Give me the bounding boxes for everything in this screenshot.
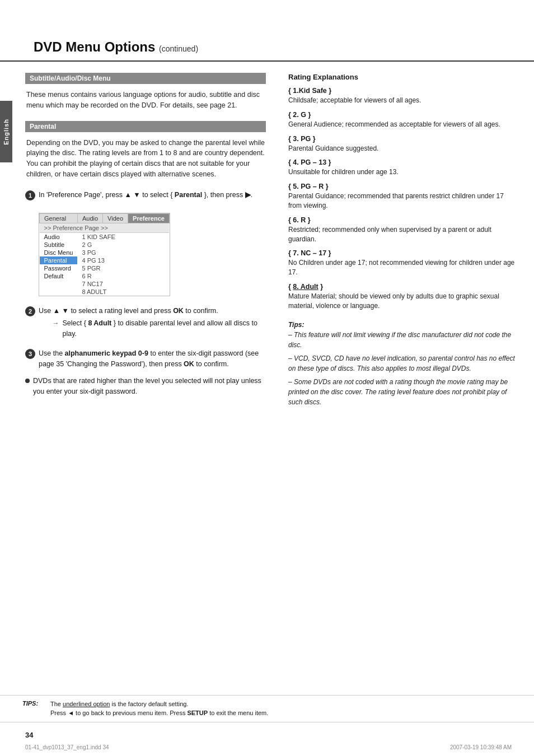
menu-table-inner: General Audio Video Preference >> Prefer… <box>39 213 170 296</box>
arrow-icon: → <box>52 318 59 329</box>
page-number: 34 <box>25 731 33 739</box>
menu-row-subtitle: Subtitle 2 G <box>40 241 170 249</box>
rating-1: { 1.Kid Safe } Childsafe; acceptable for… <box>288 87 517 105</box>
tips-label: Tips: <box>288 320 517 330</box>
page-title: DVD Menu Options (continued) <box>34 39 198 54</box>
step-2-sub-text: Select { 8 Adult } to disable parental l… <box>63 318 266 339</box>
tips-3: – Some DVDs are not coded with a rating … <box>288 377 517 407</box>
tab-preference: Preference <box>128 213 170 223</box>
menu-row-adult: 8 ADULT <box>40 288 170 296</box>
menu-label-subtitle: Subtitle <box>40 241 78 249</box>
step-2-content: Use ▲ ▼ to select a rating level and pre… <box>39 306 266 342</box>
vertical-language-tab: English <box>0 101 12 162</box>
rating-6: { 6. R } Restricted; recommended only wh… <box>288 216 517 244</box>
menu-value-discmenu: 3 PG <box>77 249 169 256</box>
rating-7: { 7. NC – 17 } No Children under age 17;… <box>288 249 517 277</box>
menu-value-audio: 1 KID SAFE <box>77 232 169 241</box>
menu-value-default: 6 R <box>77 272 169 280</box>
rating-5: { 5. PG – R } Parental Guidance; recomme… <box>288 183 517 211</box>
rating-1-desc: Childsafe; acceptable for viewers of all… <box>288 96 517 105</box>
menu-row-nc17: 7 NC17 <box>40 280 170 288</box>
menu-value-nc17: 7 NC17 <box>77 280 169 288</box>
menu-row-parental: Parental 4 PG 13 <box>40 256 170 264</box>
bullet-step: DVDs that are rated higher than the leve… <box>25 376 266 397</box>
preference-page-label: >> Preference Page >> <box>40 223 170 232</box>
bullet-dot-icon <box>25 379 30 383</box>
menu-value-adult: 8 ADULT <box>77 288 169 296</box>
rating-2: { 2. G } General Audience; recommended a… <box>288 111 517 129</box>
tips-section: Tips: – This feature will not limit view… <box>288 320 517 407</box>
menu-row-default: Default 6 R <box>40 272 170 280</box>
right-column: Rating Explanations { 1.Kid Safe } Child… <box>283 73 517 407</box>
left-column: Subtitle/Audio/Disc Menu These menus con… <box>25 73 266 407</box>
step-1-content: In 'Preference Page', press ▲ ▼ to selec… <box>39 190 266 200</box>
content-area: Subtitle/Audio/Disc Menu These menus con… <box>0 73 534 407</box>
menu-label-adult <box>40 288 78 296</box>
tab-audio: Audio <box>77 213 102 223</box>
step-1: 1 In 'Preference Page', press ▲ ▼ to sel… <box>25 190 266 200</box>
parental-body: Depending on the DVD, you may be asked t… <box>25 138 266 180</box>
step-1-number: 1 <box>25 190 35 200</box>
rating-8-desc: Mature Material; should be viewed only b… <box>288 292 517 311</box>
menu-label-password: Password <box>40 264 78 272</box>
rating-4-desc: Unsuitable for children under age 13. <box>288 167 517 177</box>
subtitle-audio-header: Subtitle/Audio/Disc Menu <box>25 73 266 84</box>
rating-3-label: { 3. PG } <box>288 135 517 143</box>
step-2-sub: → Select { 8 Adult } to disable parental… <box>52 318 266 339</box>
tips-keyword: TIPS: <box>22 700 45 717</box>
rating-4-label: { 4. PG – 13 } <box>288 158 517 166</box>
rating-8-label: { 8. Adult } <box>288 283 517 291</box>
rating-2-label: { 2. G } <box>288 111 517 119</box>
step-2-number: 2 <box>25 306 35 316</box>
preference-page-header-row: >> Preference Page >> <box>40 223 170 232</box>
menu-value-parental: 4 PG 13 <box>77 256 169 264</box>
tab-row: General Audio Video Preference <box>40 213 170 223</box>
step-3: 3 Use the alphanumeric keypad 0-9 to ent… <box>25 348 266 370</box>
parental-section: Parental Depending on the DVD, you may b… <box>25 121 266 180</box>
rating-6-desc: Restricted; recommended only when superv… <box>288 225 517 244</box>
subtitle-audio-disc-section: Subtitle/Audio/Disc Menu These menus con… <box>25 73 266 111</box>
rating-5-label: { 5. PG – R } <box>288 183 517 190</box>
rating-2-desc: General Audience; recommended as accepta… <box>288 120 517 129</box>
rating-8-underline: 8. Adult <box>293 283 318 291</box>
rating-5-desc: Parental Guidance; recommended that pare… <box>288 192 517 211</box>
menu-value-password: 5 PGR <box>77 264 169 272</box>
rating-6-label: { 6. R } <box>288 216 517 224</box>
rating-3: { 3. PG } Parental Guidance suggested. <box>288 135 517 153</box>
rating-7-desc: No Children under age 17; not recommende… <box>288 258 517 277</box>
parental-header: Parental <box>25 121 266 132</box>
menu-value-subtitle: 2 G <box>77 241 169 249</box>
underlined-option-text: underlined option <box>63 701 110 707</box>
tips-bar-content: The underlined option is the factory def… <box>50 700 268 717</box>
menu-row-password: Password 5 PGR <box>40 264 170 272</box>
tips-1: – This feature will not limit viewing if… <box>288 330 517 350</box>
menu-row-audio: Audio 1 KID SAFE <box>40 232 170 241</box>
rating-4: { 4. PG – 13 } Unsuitable for children u… <box>288 158 517 177</box>
menu-label-default: Default <box>40 272 78 280</box>
rating-8: { 8. Adult } Mature Material; should be … <box>288 283 517 311</box>
step-2: 2 Use ▲ ▼ to select a rating level and p… <box>25 306 266 342</box>
menu-label-nc17 <box>40 280 78 288</box>
tab-general: General <box>40 213 78 223</box>
tips-2: – VCD, SVCD, CD have no level indication… <box>288 353 517 374</box>
menu-label-parental: Parental <box>40 256 78 264</box>
page-wrapper: English DVD Menu Options (continued) Sub… <box>0 0 534 756</box>
language-label: English <box>3 119 10 145</box>
footer-date: 2007-03-19 10:39:48 AM <box>450 744 512 750</box>
menu-label-audio: Audio <box>40 232 78 241</box>
rating-3-desc: Parental Guidance suggested. <box>288 144 517 153</box>
bottom-tips-bar: TIPS: The underlined option is the facto… <box>0 695 534 722</box>
rating-title: Rating Explanations <box>288 73 517 81</box>
menu-label-discmenu: Disc Menu <box>40 249 78 256</box>
preference-menu-table: General Audio Video Preference >> Prefer… <box>39 213 170 296</box>
step-3-number: 3 <box>25 349 35 359</box>
step-3-content: Use the alphanumeric keypad 0-9 to enter… <box>39 348 266 370</box>
menu-row-discmenu: Disc Menu 3 PG <box>40 249 170 256</box>
bullet-content: DVDs that are rated higher than the leve… <box>33 376 266 397</box>
page-header: DVD Menu Options (continued) <box>0 22 534 62</box>
rating-7-label: { 7. NC – 17 } <box>288 249 517 257</box>
tab-video: Video <box>103 213 128 223</box>
footer-file-info: 01-41_dvp1013_37_eng1.indd 34 <box>25 744 109 750</box>
subtitle-audio-body: These menus contains various language op… <box>25 90 266 111</box>
rating-1-label: { 1.Kid Safe } <box>288 87 517 95</box>
